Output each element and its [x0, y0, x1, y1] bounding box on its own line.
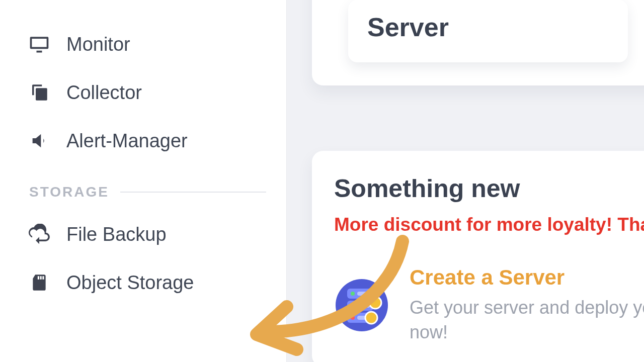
- sidebar-section-label: STORAGE: [29, 184, 109, 200]
- divider-line: [120, 192, 266, 193]
- sidebar-item-alert-manager[interactable]: Alert-Manager: [0, 117, 286, 165]
- sidebar-item-label: File Backup: [66, 224, 167, 245]
- server-illustration-icon: [334, 278, 389, 333]
- create-server-text: Create a Server Get your server and depl…: [410, 265, 644, 344]
- server-card-title: Server: [367, 12, 609, 42]
- sidebar: Monitor Collector Alert-Manager STORAGE …: [0, 0, 287, 362]
- create-server-sub-1: Get your server and deploy yo: [410, 296, 644, 320]
- svg-point-6: [351, 316, 355, 320]
- nav-list: Monitor Collector Alert-Manager STORAGE …: [0, 0, 286, 307]
- sidebar-section-storage: STORAGE: [0, 165, 286, 210]
- backup-icon: [27, 222, 51, 246]
- svg-point-5: [351, 304, 355, 308]
- sidebar-item-label: Alert-Manager: [66, 130, 188, 152]
- news-card-wrap: Something new More discount for more loy…: [312, 151, 644, 362]
- sidebar-item-object-storage[interactable]: Object Storage: [0, 258, 286, 307]
- sidebar-item-monitor[interactable]: Monitor: [0, 20, 286, 68]
- svg-point-4: [351, 292, 355, 296]
- speaker-icon: [27, 129, 51, 153]
- news-card: Something new More discount for more loy…: [312, 151, 644, 362]
- sidebar-item-collector[interactable]: Collector: [0, 68, 286, 117]
- server-card-outer: Server: [312, 0, 644, 85]
- create-server-title: Create a Server: [410, 265, 644, 290]
- svg-rect-7: [357, 292, 370, 296]
- svg-rect-8: [357, 304, 370, 308]
- sidebar-item-label: Collector: [66, 82, 142, 104]
- svg-point-10: [369, 297, 381, 309]
- monitor-icon: [27, 32, 51, 56]
- news-discount-text: More discount for more loyalty! Thank yo: [334, 214, 642, 235]
- sidebar-item-label: Monitor: [66, 34, 130, 55]
- copy-stack-icon: [27, 80, 51, 105]
- main-content: Server Something new More discount for m…: [287, 0, 644, 362]
- server-card[interactable]: Server: [348, 0, 628, 62]
- sd-card-icon: [27, 270, 51, 295]
- sidebar-item-label: Object Storage: [66, 272, 194, 294]
- create-server-sub-2: now!: [410, 320, 644, 345]
- create-server-row[interactable]: Create a Server Get your server and depl…: [334, 265, 642, 344]
- svg-point-11: [365, 312, 377, 324]
- news-heading: Something new: [334, 174, 642, 203]
- sidebar-item-file-backup[interactable]: File Backup: [0, 210, 286, 258]
